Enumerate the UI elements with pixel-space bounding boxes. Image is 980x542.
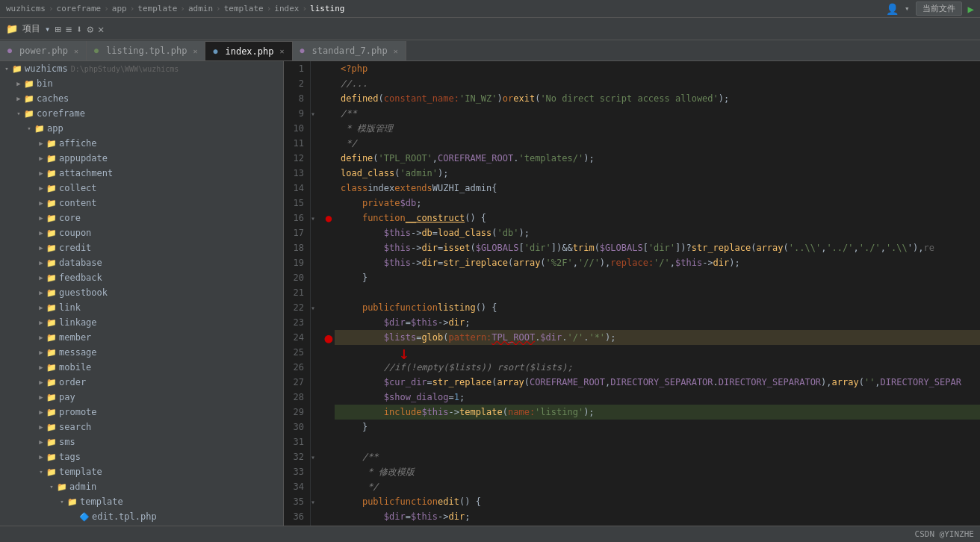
folder-icon-appupdate: 📁 xyxy=(46,153,57,163)
tree-item-promote[interactable]: ▶ 📁 promote xyxy=(0,405,283,420)
breadcrumb-app[interactable]: app xyxy=(112,4,127,13)
close-sidebar-icon[interactable]: ✕ xyxy=(98,23,104,35)
tree-root-wuzhicms[interactable]: ▾ 📁 wuzhicms D:\phpStudy\WWW\wuzhicms xyxy=(0,61,283,76)
tree-arrow-message: ▶ xyxy=(36,347,46,358)
tab-close-listing-tpl[interactable]: ✕ xyxy=(193,47,197,55)
tab-bar: ● power.php ✕ ● listing.tpl.php ✕ ● inde… xyxy=(0,40,980,61)
settings-icon[interactable]: ⚙ xyxy=(87,23,93,35)
current-file-button[interactable]: 当前文件 xyxy=(916,1,962,16)
tab-standard7[interactable]: ● standard_7.php ✕ xyxy=(293,41,406,60)
code-line-33: * 修改模版 xyxy=(335,464,980,479)
tree-arrow-member: ▶ xyxy=(36,332,46,343)
tree-arrow-promote: ▶ xyxy=(36,407,46,417)
folder-icon-affiche: 📁 xyxy=(46,138,57,149)
code-line-19: $this->dir = str_ireplace( array('%2F','… xyxy=(335,255,980,270)
collapse-icon[interactable]: ⬇ xyxy=(76,23,82,35)
tree-item-coreframe[interactable]: ▾ 📁 coreframe xyxy=(0,106,283,121)
folder-icon-database: 📁 xyxy=(46,258,57,268)
folder-icon-guestbook: 📁 xyxy=(46,287,57,298)
tree-item-sms[interactable]: ▶ 📁 sms xyxy=(0,434,283,449)
tree-item-attachment[interactable]: ▶ 📁 attachment xyxy=(0,166,283,181)
tree-item-order[interactable]: ▶ 📁 order xyxy=(0,375,283,390)
project-dropdown-arrow[interactable]: ▾ xyxy=(45,24,50,34)
tree-arrow-bin: ▶ xyxy=(13,78,24,89)
tree-item-message[interactable]: ▶ 📁 message xyxy=(0,345,283,360)
breadcrumb-admin[interactable]: admin xyxy=(188,4,213,13)
folder-icon-template: 📁 xyxy=(46,467,57,477)
tree-item-content[interactable]: ▶ 📁 content xyxy=(0,196,283,211)
breadcrumb-wuzhicms[interactable]: wuzhicms xyxy=(6,4,46,13)
code-content[interactable]: <?php //... defined( constant_name: 'IN_… xyxy=(335,61,980,526)
tree-item-member[interactable]: ▶ 📁 member xyxy=(0,330,283,345)
tree-arrow-caches: ▶ xyxy=(13,93,24,104)
code-line-30: } xyxy=(335,420,980,434)
status-right: CSDN @YINZHE xyxy=(915,529,974,539)
tab-index[interactable]: ● index.php ✕ xyxy=(205,41,292,60)
breakpoint-marker-16: ● xyxy=(326,212,332,224)
folder-icon-core: 📁 xyxy=(46,213,57,223)
code-line-35: public function edit() { xyxy=(335,494,980,509)
breadcrumb-coreframe[interactable]: coreframe xyxy=(57,4,102,13)
tree-item-coupon[interactable]: ▶ 📁 coupon xyxy=(0,225,283,240)
breadcrumb-index[interactable]: index xyxy=(274,4,299,13)
tree-arrow-pay: ▶ xyxy=(36,392,46,402)
tab-close-standard7[interactable]: ✕ xyxy=(394,47,398,55)
folder-icon-message: 📁 xyxy=(46,347,57,358)
editor[interactable]: 1 2 8 9 10 11 12 13 14 15 16 17 18 19 20… xyxy=(284,61,980,526)
breadcrumb-listing: listing xyxy=(310,4,344,13)
tab-power[interactable]: ● power.php ✕ xyxy=(0,41,87,60)
tree-item-mobile[interactable]: ▶ 📁 mobile xyxy=(0,360,283,375)
php-file-icon-active: ● xyxy=(213,47,222,56)
tree-item-template[interactable]: ▾ 📁 template xyxy=(0,464,283,479)
code-line-10: * 模版管理 xyxy=(335,121,980,136)
code-line-12: define('TPL_ROOT',COREFRAME_ROOT.'templa… xyxy=(335,151,980,166)
tree-item-guestbook[interactable]: ▶ 📁 guestbook xyxy=(0,285,283,300)
folder-icon-feedback: 📁 xyxy=(46,272,57,283)
line-numbers: 1 2 8 9 10 11 12 13 14 15 16 17 18 19 20… xyxy=(284,61,311,526)
tree-item-bin[interactable]: ▶ 📁 bin xyxy=(0,76,283,91)
folder-icon-coupon: 📁 xyxy=(46,228,57,238)
breadcrumb-template2[interactable]: template xyxy=(224,4,264,13)
code-line-21 xyxy=(335,285,980,300)
code-line-36: $dir = $this->dir; xyxy=(335,509,980,524)
tree-item-edit-tpl[interactable]: ▶ 🔷 edit.tpl.php xyxy=(0,509,283,524)
code-line-9: /** xyxy=(335,106,980,121)
tree-arrow-coreframe: ▾ xyxy=(13,108,24,119)
tree-item-caches[interactable]: ▶ 📁 caches xyxy=(0,91,283,106)
status-bar: CSDN @YINZHE xyxy=(0,526,980,542)
layout-icon[interactable]: ⊞ xyxy=(55,23,61,35)
tree-item-credit[interactable]: ▶ 📁 credit xyxy=(0,240,283,255)
tree-item-core[interactable]: ▶ 📁 core xyxy=(0,211,283,225)
tree-item-appupdate[interactable]: ▶ 📁 appupdate xyxy=(0,151,283,166)
user-dropdown[interactable]: ▾ xyxy=(905,4,910,13)
tree-item-search[interactable]: ▶ 📁 search xyxy=(0,420,283,434)
tree-item-link[interactable]: ▶ 📁 link xyxy=(0,300,283,315)
folder-icon-member: 📁 xyxy=(46,332,57,343)
tree-item-app[interactable]: ▾ 📁 app xyxy=(0,121,283,136)
tree-item-database[interactable]: ▶ 📁 database xyxy=(0,255,283,270)
tree-item-admin[interactable]: ▾ 📁 admin xyxy=(0,479,283,494)
code-area[interactable]: 1 2 8 9 10 11 12 13 14 15 16 17 18 19 20… xyxy=(284,61,980,526)
tree-item-collect[interactable]: ▶ 📁 collect xyxy=(0,181,283,196)
run-icon[interactable]: ▶ xyxy=(968,3,974,15)
tab-close-index[interactable]: ✕ xyxy=(280,47,285,55)
tree-item-affiche[interactable]: ▶ 📁 affiche xyxy=(0,136,283,151)
tab-listing-tpl[interactable]: ● listing.tpl.php ✕ xyxy=(87,41,205,60)
breadcrumb-template[interactable]: template xyxy=(137,4,177,13)
code-line-17: $this->db = load_class('db'); xyxy=(335,225,980,240)
folder-icon-link: 📁 xyxy=(46,302,57,313)
php-file-icon-std: ● xyxy=(300,46,309,55)
folder-icon-tags: 📁 xyxy=(46,452,57,462)
tree-item-linkage[interactable]: ▶ 📁 linkage xyxy=(0,315,283,330)
code-line-29: include $this->template( name: 'listing'… xyxy=(335,405,980,420)
tree-item-template2[interactable]: ▾ 📁 template xyxy=(0,494,283,509)
tree-item-pay[interactable]: ▶ 📁 pay xyxy=(0,390,283,405)
sort-icon[interactable]: ≡ xyxy=(66,23,72,35)
folder-icon-sms: 📁 xyxy=(46,437,57,447)
tpl-file-icon-edit: 🔷 xyxy=(79,511,90,522)
code-line-37 xyxy=(335,524,980,526)
tab-close-power[interactable]: ✕ xyxy=(74,47,78,55)
tree-item-tags[interactable]: ▶ 📁 tags xyxy=(0,449,283,464)
folder-icon-template2: 📁 xyxy=(67,496,78,507)
tree-item-feedback[interactable]: ▶ 📁 feedback xyxy=(0,270,283,285)
